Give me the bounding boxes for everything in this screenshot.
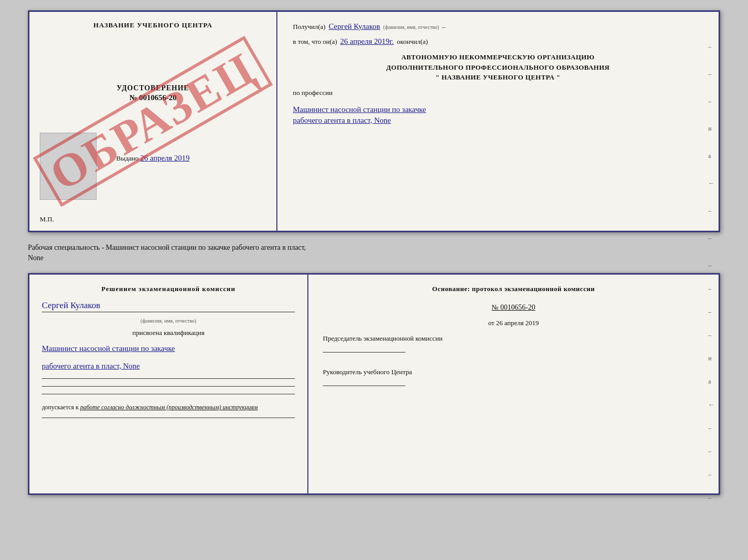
resolution-name: Сергей Кулаков: [42, 300, 295, 312]
prof-line2: рабочего агента в пласт, None: [293, 116, 703, 125]
доп-label: допускается к: [42, 404, 79, 411]
top-left-title: НАЗВАНИЕ УЧЕБНОГО ЦЕНТРА: [93, 21, 213, 29]
prot-number: № 0010656-20: [323, 303, 704, 312]
middle-line2: None: [28, 253, 720, 263]
cert-number-area: УДОСТОВЕРЕНИЕ № 0010656-20: [117, 84, 189, 102]
divider3: [42, 394, 295, 394]
head-label: Руководитель учебного Центра: [323, 368, 704, 376]
доп-text: работе согласно должностным (производств…: [80, 404, 258, 411]
name-hint: (фамилия, имя, отчество): [383, 24, 439, 30]
chairman-text: Председатель экзаменационной комиссии: [323, 334, 443, 342]
top-doc-right: Получил(а) Сергей Кулаков (фамилия, имя,…: [277, 12, 719, 231]
middle-line1: Рабочая специальность - Машинист насосно…: [28, 243, 720, 253]
top-doc-left: НАЗВАНИЕ УЧЕБНОГО ЦЕНТРА ОБРАЗЕЦ УДОСТОВ…: [29, 12, 277, 231]
divider1: [42, 378, 295, 379]
resolution-name-hint: (фамилия, имя, отчество): [42, 318, 295, 324]
right-dashes-bottom: – – – и а ← – – – –: [708, 285, 714, 502]
dash-sep: –: [442, 23, 446, 31]
prof-label: по профессии: [293, 89, 703, 97]
finished-label: окончил(а): [397, 38, 428, 46]
qual-line1: Машинист насосной станции по закачке: [42, 342, 295, 355]
prof-line1: Машинист насосной станции по закачке: [293, 105, 703, 114]
received-row: Получил(а) Сергей Кулаков (фамилия, имя,…: [293, 22, 703, 31]
qual-line2: рабочего агента в пласт, None: [42, 360, 295, 372]
resolution-title: Решением экзаменационной комиссии: [42, 285, 295, 293]
divider2: [42, 386, 295, 387]
received-label: Получил(а): [293, 23, 325, 31]
chairman-label: Председатель экзаменационной комиссии: [323, 334, 704, 343]
inthat-row: в том, что он(а) 26 апреля 2019г. окончи…: [293, 37, 703, 46]
bottom-doc-right: Основание: протокол экзаменационной коми…: [308, 275, 719, 493]
mp-label: М.П.: [40, 215, 54, 223]
org-block: АВТОНОМНУЮ НЕКОММЕРЧЕСКУЮ ОРГАНИЗАЦИЮ ДО…: [293, 52, 703, 83]
bottom-document: Решением экзаменационной комиссии Сергей…: [28, 273, 720, 495]
cert-issued: Выдано 26 апреля 2019: [116, 154, 190, 163]
top-document: НАЗВАНИЕ УЧЕБНОГО ЦЕНТРА ОБРАЗЕЦ УДОСТОВ…: [28, 10, 720, 232]
head-sig-line: [323, 386, 406, 386]
bottom-doc-left: Решением экзаменационной комиссии Сергей…: [29, 275, 308, 493]
inthat-label: в том, что он(а): [293, 38, 337, 46]
допускается-block: допускается к работе согласно должностны…: [42, 404, 295, 411]
cert-photo: [40, 133, 97, 200]
cert-number: № 0010656-20: [117, 93, 189, 102]
org-line3: " НАЗВАНИЕ УЧЕБНОГО ЦЕНТРА ": [293, 72, 703, 83]
chairman-sig-line: [323, 352, 406, 353]
udost-label: УДОСТОВЕРЕНИЕ: [117, 84, 189, 92]
org-line2: ДОПОЛНИТЕЛЬНОГО ПРОФЕССИОНАЛЬНОГО ОБРАЗО…: [293, 62, 703, 73]
received-name: Сергей Кулаков: [329, 22, 380, 31]
org-line1: АВТОНОМНУЮ НЕКОММЕРЧЕСКУЮ ОРГАНИЗАЦИЮ: [293, 52, 703, 62]
osnov-title: Основание: протокол экзаменационной коми…: [323, 285, 704, 293]
head-text: Руководитель учебного Центра: [323, 368, 412, 376]
prot-date-value: 26 апреля 2019: [496, 319, 539, 327]
issued-date: 26 апреля 2019: [140, 154, 190, 162]
prot-date-prefix: от: [488, 319, 494, 327]
issued-label: Выдано: [116, 154, 138, 162]
right-dashes: – – – и а ← – – –: [708, 43, 714, 269]
prof-lines: Машинист насосной станции по закачке раб…: [293, 103, 703, 125]
inthat-date: 26 апреля 2019г.: [340, 37, 394, 46]
assigned-label: присвоена квалификация: [42, 329, 295, 337]
divider4: [42, 418, 295, 418]
prot-date: от 26 апреля 2019: [323, 319, 704, 327]
middle-text-area: Рабочая специальность - Машинист насосно…: [28, 241, 720, 265]
